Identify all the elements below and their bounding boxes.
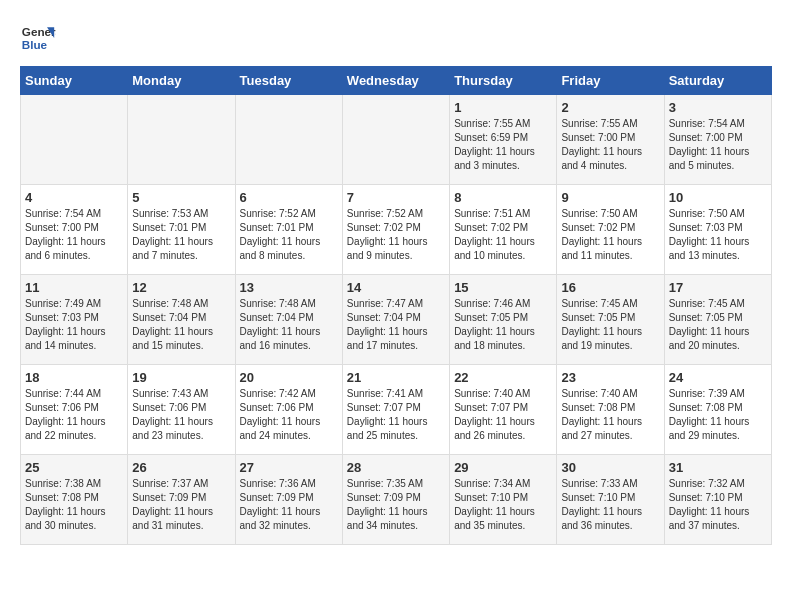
day-info: Sunrise: 7:50 AM Sunset: 7:02 PM Dayligh… — [561, 207, 659, 263]
calendar-cell: 6Sunrise: 7:52 AM Sunset: 7:01 PM Daylig… — [235, 185, 342, 275]
calendar-cell — [235, 95, 342, 185]
calendar-cell: 20Sunrise: 7:42 AM Sunset: 7:06 PM Dayli… — [235, 365, 342, 455]
calendar-week-row: 18Sunrise: 7:44 AM Sunset: 7:06 PM Dayli… — [21, 365, 772, 455]
day-info: Sunrise: 7:54 AM Sunset: 7:00 PM Dayligh… — [25, 207, 123, 263]
calendar-week-row: 4Sunrise: 7:54 AM Sunset: 7:00 PM Daylig… — [21, 185, 772, 275]
day-number: 7 — [347, 190, 445, 205]
day-number: 5 — [132, 190, 230, 205]
calendar-cell: 21Sunrise: 7:41 AM Sunset: 7:07 PM Dayli… — [342, 365, 449, 455]
calendar-cell: 1Sunrise: 7:55 AM Sunset: 6:59 PM Daylig… — [450, 95, 557, 185]
day-number: 6 — [240, 190, 338, 205]
svg-text:Blue: Blue — [22, 38, 48, 51]
calendar-cell: 24Sunrise: 7:39 AM Sunset: 7:08 PM Dayli… — [664, 365, 771, 455]
calendar-cell: 28Sunrise: 7:35 AM Sunset: 7:09 PM Dayli… — [342, 455, 449, 545]
day-number: 1 — [454, 100, 552, 115]
day-info: Sunrise: 7:45 AM Sunset: 7:05 PM Dayligh… — [669, 297, 767, 353]
day-number: 16 — [561, 280, 659, 295]
calendar-cell: 7Sunrise: 7:52 AM Sunset: 7:02 PM Daylig… — [342, 185, 449, 275]
day-info: Sunrise: 7:51 AM Sunset: 7:02 PM Dayligh… — [454, 207, 552, 263]
calendar-cell: 8Sunrise: 7:51 AM Sunset: 7:02 PM Daylig… — [450, 185, 557, 275]
day-info: Sunrise: 7:53 AM Sunset: 7:01 PM Dayligh… — [132, 207, 230, 263]
day-number: 28 — [347, 460, 445, 475]
calendar-header-row: SundayMondayTuesdayWednesdayThursdayFrid… — [21, 67, 772, 95]
day-number: 2 — [561, 100, 659, 115]
day-info: Sunrise: 7:44 AM Sunset: 7:06 PM Dayligh… — [25, 387, 123, 443]
day-info: Sunrise: 7:34 AM Sunset: 7:10 PM Dayligh… — [454, 477, 552, 533]
day-info: Sunrise: 7:48 AM Sunset: 7:04 PM Dayligh… — [240, 297, 338, 353]
calendar-cell — [128, 95, 235, 185]
day-info: Sunrise: 7:41 AM Sunset: 7:07 PM Dayligh… — [347, 387, 445, 443]
day-number: 24 — [669, 370, 767, 385]
calendar-cell: 18Sunrise: 7:44 AM Sunset: 7:06 PM Dayli… — [21, 365, 128, 455]
calendar-cell: 29Sunrise: 7:34 AM Sunset: 7:10 PM Dayli… — [450, 455, 557, 545]
calendar-cell: 15Sunrise: 7:46 AM Sunset: 7:05 PM Dayli… — [450, 275, 557, 365]
calendar-cell: 4Sunrise: 7:54 AM Sunset: 7:00 PM Daylig… — [21, 185, 128, 275]
day-info: Sunrise: 7:33 AM Sunset: 7:10 PM Dayligh… — [561, 477, 659, 533]
day-info: Sunrise: 7:49 AM Sunset: 7:03 PM Dayligh… — [25, 297, 123, 353]
day-info: Sunrise: 7:40 AM Sunset: 7:07 PM Dayligh… — [454, 387, 552, 443]
calendar-cell: 27Sunrise: 7:36 AM Sunset: 7:09 PM Dayli… — [235, 455, 342, 545]
calendar-cell: 17Sunrise: 7:45 AM Sunset: 7:05 PM Dayli… — [664, 275, 771, 365]
day-info: Sunrise: 7:43 AM Sunset: 7:06 PM Dayligh… — [132, 387, 230, 443]
day-info: Sunrise: 7:55 AM Sunset: 6:59 PM Dayligh… — [454, 117, 552, 173]
day-number: 12 — [132, 280, 230, 295]
calendar-cell: 11Sunrise: 7:49 AM Sunset: 7:03 PM Dayli… — [21, 275, 128, 365]
calendar-cell — [342, 95, 449, 185]
day-info: Sunrise: 7:37 AM Sunset: 7:09 PM Dayligh… — [132, 477, 230, 533]
calendar-cell: 12Sunrise: 7:48 AM Sunset: 7:04 PM Dayli… — [128, 275, 235, 365]
day-number: 25 — [25, 460, 123, 475]
day-number: 20 — [240, 370, 338, 385]
day-info: Sunrise: 7:36 AM Sunset: 7:09 PM Dayligh… — [240, 477, 338, 533]
day-number: 18 — [25, 370, 123, 385]
day-number: 17 — [669, 280, 767, 295]
calendar-cell: 23Sunrise: 7:40 AM Sunset: 7:08 PM Dayli… — [557, 365, 664, 455]
day-number: 8 — [454, 190, 552, 205]
day-info: Sunrise: 7:52 AM Sunset: 7:01 PM Dayligh… — [240, 207, 338, 263]
calendar-cell: 9Sunrise: 7:50 AM Sunset: 7:02 PM Daylig… — [557, 185, 664, 275]
day-number: 3 — [669, 100, 767, 115]
calendar-cell: 30Sunrise: 7:33 AM Sunset: 7:10 PM Dayli… — [557, 455, 664, 545]
day-info: Sunrise: 7:39 AM Sunset: 7:08 PM Dayligh… — [669, 387, 767, 443]
day-info: Sunrise: 7:50 AM Sunset: 7:03 PM Dayligh… — [669, 207, 767, 263]
day-info: Sunrise: 7:52 AM Sunset: 7:02 PM Dayligh… — [347, 207, 445, 263]
calendar-cell: 16Sunrise: 7:45 AM Sunset: 7:05 PM Dayli… — [557, 275, 664, 365]
page-header: General Blue — [20, 20, 772, 56]
calendar-cell — [21, 95, 128, 185]
weekday-header: Sunday — [21, 67, 128, 95]
day-number: 9 — [561, 190, 659, 205]
day-number: 14 — [347, 280, 445, 295]
calendar-cell: 19Sunrise: 7:43 AM Sunset: 7:06 PM Dayli… — [128, 365, 235, 455]
calendar-week-row: 11Sunrise: 7:49 AM Sunset: 7:03 PM Dayli… — [21, 275, 772, 365]
day-info: Sunrise: 7:45 AM Sunset: 7:05 PM Dayligh… — [561, 297, 659, 353]
day-number: 29 — [454, 460, 552, 475]
calendar-cell: 14Sunrise: 7:47 AM Sunset: 7:04 PM Dayli… — [342, 275, 449, 365]
calendar-cell: 25Sunrise: 7:38 AM Sunset: 7:08 PM Dayli… — [21, 455, 128, 545]
day-number: 21 — [347, 370, 445, 385]
day-number: 13 — [240, 280, 338, 295]
day-number: 4 — [25, 190, 123, 205]
day-number: 15 — [454, 280, 552, 295]
calendar-cell: 3Sunrise: 7:54 AM Sunset: 7:00 PM Daylig… — [664, 95, 771, 185]
weekday-header: Monday — [128, 67, 235, 95]
weekday-header: Wednesday — [342, 67, 449, 95]
calendar-week-row: 25Sunrise: 7:38 AM Sunset: 7:08 PM Dayli… — [21, 455, 772, 545]
day-info: Sunrise: 7:48 AM Sunset: 7:04 PM Dayligh… — [132, 297, 230, 353]
calendar-table: SundayMondayTuesdayWednesdayThursdayFrid… — [20, 66, 772, 545]
calendar-cell: 31Sunrise: 7:32 AM Sunset: 7:10 PM Dayli… — [664, 455, 771, 545]
day-info: Sunrise: 7:46 AM Sunset: 7:05 PM Dayligh… — [454, 297, 552, 353]
calendar-cell: 2Sunrise: 7:55 AM Sunset: 7:00 PM Daylig… — [557, 95, 664, 185]
day-number: 31 — [669, 460, 767, 475]
calendar-cell: 10Sunrise: 7:50 AM Sunset: 7:03 PM Dayli… — [664, 185, 771, 275]
calendar-week-row: 1Sunrise: 7:55 AM Sunset: 6:59 PM Daylig… — [21, 95, 772, 185]
weekday-header: Thursday — [450, 67, 557, 95]
day-number: 30 — [561, 460, 659, 475]
calendar-cell: 13Sunrise: 7:48 AM Sunset: 7:04 PM Dayli… — [235, 275, 342, 365]
day-info: Sunrise: 7:42 AM Sunset: 7:06 PM Dayligh… — [240, 387, 338, 443]
logo: General Blue — [20, 20, 56, 56]
day-number: 10 — [669, 190, 767, 205]
weekday-header: Tuesday — [235, 67, 342, 95]
day-number: 27 — [240, 460, 338, 475]
day-info: Sunrise: 7:54 AM Sunset: 7:00 PM Dayligh… — [669, 117, 767, 173]
calendar-cell: 22Sunrise: 7:40 AM Sunset: 7:07 PM Dayli… — [450, 365, 557, 455]
day-info: Sunrise: 7:32 AM Sunset: 7:10 PM Dayligh… — [669, 477, 767, 533]
